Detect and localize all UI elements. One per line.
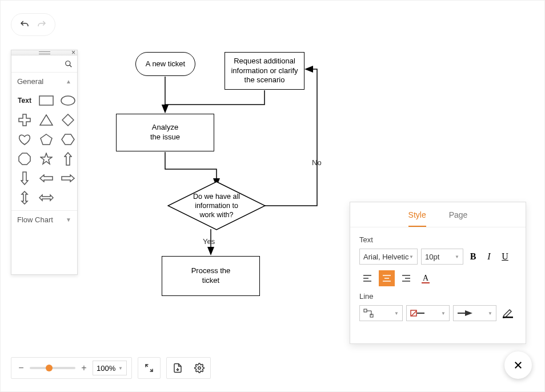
bottom-toolbar: − + 100% ▼ [11, 357, 211, 379]
fullscreen-group [138, 357, 161, 379]
section-label-text: Text [359, 235, 516, 244]
align-center-button[interactable] [379, 270, 395, 286]
node-text: Analyze the issue [150, 123, 180, 142]
svg-line-18 [411, 311, 416, 316]
svg-line-1 [70, 65, 72, 67]
zoom-slider-thumb[interactable] [46, 365, 53, 371]
shape-text[interactable]: Text [16, 94, 33, 107]
fullscreen-button[interactable] [138, 357, 160, 379]
section-label-line: Line [359, 292, 516, 301]
node-new-ticket[interactable]: A new ticket [135, 52, 195, 76]
node-decision[interactable]: Do we have all information to work with? [167, 181, 266, 230]
shape-hexagon[interactable] [59, 133, 77, 146]
properties-panel: Style Page Text Arial, Helvetica ▼ 10pt … [350, 202, 526, 344]
chevron-down-icon: ▼ [409, 254, 414, 259]
zoom-slider[interactable] [30, 367, 75, 369]
svg-rect-21 [503, 317, 513, 318]
export-button[interactable] [167, 357, 189, 379]
bold-button[interactable]: B [467, 250, 479, 263]
chevron-down-icon: ▼ [118, 366, 123, 371]
panel-grip[interactable] [39, 51, 50, 54]
shape-heart[interactable] [16, 133, 33, 146]
font-size-select[interactable]: 10pt ▼ [421, 249, 463, 265]
tab-page[interactable]: Page [449, 210, 468, 227]
line-color-button[interactable] [500, 305, 516, 321]
undo-redo-toolbar [11, 13, 55, 36]
search-icon[interactable] [65, 60, 73, 68]
props-body: Text Arial, Helvetica ▼ 10pt ▼ B I U [350, 227, 526, 335]
shape-arrow-left[interactable] [38, 171, 55, 185]
zoom-group: − + 100% ▼ [11, 357, 132, 379]
shape-diamond[interactable] [59, 113, 77, 127]
zoom-value-text: 100% [97, 364, 115, 373]
export-settings-group [166, 357, 211, 379]
section-flowchart[interactable]: Flow Chart ▼ [11, 210, 77, 229]
line-end-icon [457, 310, 473, 317]
line-connector-select[interactable]: ▼ [359, 305, 403, 321]
font-color-button[interactable]: A [418, 270, 434, 286]
font-family-select[interactable]: Arial, Helvetica ▼ [359, 249, 418, 265]
svg-point-3 [61, 96, 75, 105]
shape-arrow-updown[interactable] [16, 191, 33, 205]
shape-arrow-down[interactable] [16, 171, 33, 185]
chevron-up-icon: ▲ [66, 78, 71, 85]
shape-octagon[interactable] [16, 152, 33, 166]
section-flowchart-label: Flow Chart [17, 215, 53, 224]
shape-arrow-up[interactable] [59, 152, 77, 166]
underline-button[interactable]: U [499, 250, 511, 263]
props-tabs: Style Page [350, 202, 526, 227]
settings-button[interactable] [189, 357, 210, 379]
zoom-in-button[interactable]: + [79, 363, 89, 373]
svg-point-0 [66, 61, 70, 65]
chevron-down-icon: ▼ [66, 217, 71, 223]
svg-rect-15 [364, 309, 367, 312]
zoom-value-select[interactable]: 100% ▼ [93, 361, 127, 375]
shape-arrow-leftright[interactable] [38, 191, 55, 205]
line-end-select[interactable]: ▼ [453, 305, 496, 321]
edge-label-no: No [312, 158, 322, 167]
chevron-down-icon: ▼ [394, 311, 399, 316]
edge-label-yes: Yes [203, 237, 215, 246]
zoom-out-button[interactable]: − [16, 363, 26, 373]
shapes-panel: × General ▲ Text Flow Chart ▼ [11, 50, 78, 275]
shape-rectangle[interactable] [38, 94, 55, 107]
node-text: Request additional information or clarif… [231, 57, 298, 86]
node-process[interactable]: Process the ticket [162, 256, 260, 296]
connector-icon [363, 309, 377, 318]
shape-triangle[interactable] [38, 113, 55, 127]
shape-pentagon[interactable] [38, 133, 55, 146]
shapes-grid-general: Text [11, 90, 77, 210]
chevron-down-icon: ▼ [441, 311, 446, 316]
svg-rect-2 [39, 96, 53, 105]
node-analyze[interactable]: Analyze the issue [116, 114, 214, 151]
node-request-info[interactable]: Request additional information or clarif… [225, 52, 304, 90]
chevron-down-icon: ▼ [488, 311, 492, 316]
shape-cross[interactable] [16, 113, 33, 127]
shape-arrow-right[interactable] [59, 171, 77, 185]
node-text: A new ticket [146, 59, 185, 69]
redo-button[interactable] [36, 19, 47, 30]
section-general-label: General [17, 77, 43, 86]
undo-button[interactable] [19, 19, 30, 30]
shape-ellipse[interactable] [59, 94, 77, 107]
close-button[interactable] [504, 351, 532, 379]
node-text: Do we have all information to work with? [193, 192, 240, 220]
line-start-icon [410, 309, 425, 317]
section-general[interactable]: General ▲ [11, 73, 77, 90]
align-right-button[interactable] [398, 270, 414, 286]
line-start-select[interactable]: ▼ [406, 305, 450, 321]
font-size-value: 10pt [425, 253, 439, 261]
panel-close-button[interactable]: × [71, 49, 75, 57]
svg-point-22 [198, 367, 201, 370]
tab-style[interactable]: Style [408, 210, 426, 227]
align-left-button[interactable] [359, 270, 375, 286]
font-family-value: Arial, Helvetica [363, 253, 409, 261]
node-text: Process the ticket [191, 266, 231, 286]
shapes-search-row [11, 55, 77, 73]
italic-button[interactable]: I [483, 250, 495, 263]
shape-star[interactable] [38, 152, 55, 166]
chevron-down-icon: ▼ [455, 254, 459, 259]
panel-header[interactable]: × [11, 50, 77, 55]
